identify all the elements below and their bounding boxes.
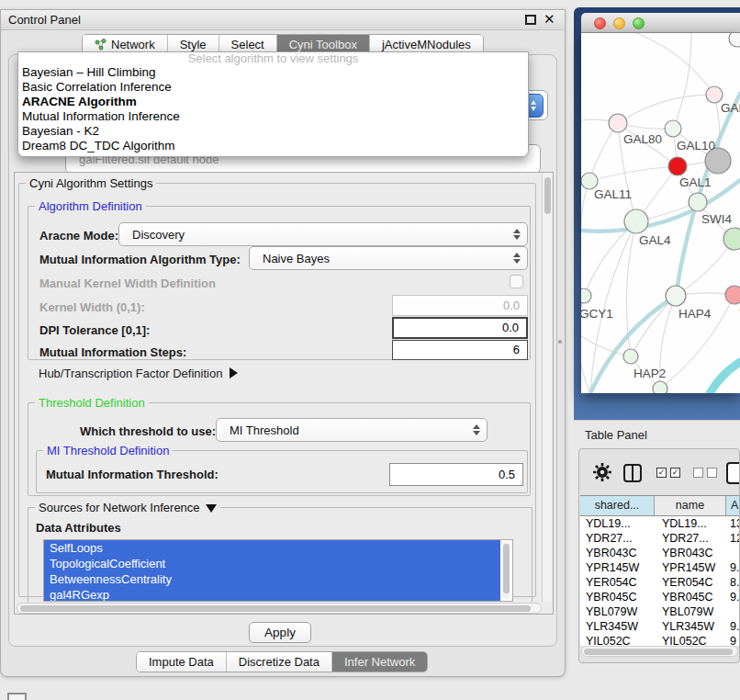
data-attributes-list[interactable]: SelfLoopsTopologicalCoefficientBetweenne… bbox=[43, 539, 513, 602]
stepper-icon bbox=[513, 253, 521, 264]
algorithm-list: Bayesian – Hill ClimbingBasic Correlatio… bbox=[18, 65, 528, 153]
kernel-width-field[interactable]: 0.0 bbox=[392, 295, 528, 316]
aracne-mode-value: Discovery bbox=[132, 223, 185, 245]
attribute-item[interactable]: SelfLoops bbox=[44, 540, 500, 556]
checked-box-icon[interactable]: ✓ bbox=[656, 468, 667, 478]
node-green-r[interactable] bbox=[723, 228, 740, 250]
gear-icon[interactable] bbox=[592, 462, 612, 482]
algorithm-option[interactable]: Mutual Information Inference bbox=[18, 109, 528, 124]
node-HAP4[interactable] bbox=[666, 286, 686, 306]
table-panel-header: Table Panel bbox=[574, 420, 740, 448]
node-GAL10[interactable] bbox=[665, 120, 681, 137]
checked-box-icon[interactable]: ✓ bbox=[670, 468, 680, 478]
float-window-icon[interactable] bbox=[525, 15, 536, 25]
stepper-icon bbox=[513, 229, 521, 240]
mi-type-combobox[interactable]: Naive Bayes bbox=[249, 246, 528, 270]
node-HAP2[interactable] bbox=[623, 349, 638, 364]
table-row[interactable]: YPR145WYPR145W9. bbox=[580, 560, 740, 575]
table-cell: 13 bbox=[726, 516, 740, 531]
node-SWI4[interactable] bbox=[689, 193, 707, 211]
zoom-traffic-light-icon[interactable] bbox=[633, 17, 645, 29]
network-edge bbox=[618, 95, 714, 123]
table-row[interactable]: YBR043CYBR043C bbox=[580, 546, 740, 560]
attribute-item[interactable]: gal4RGexp bbox=[44, 587, 500, 602]
node-GAL80[interactable] bbox=[609, 114, 627, 132]
close-icon[interactable]: ✕ bbox=[544, 11, 555, 28]
node-table: shared...nameA YDL19...YDL19...13YDR27..… bbox=[580, 495, 740, 646]
apply-button[interactable]: Apply bbox=[249, 622, 311, 643]
table-cell: YPR145W bbox=[580, 560, 655, 575]
close-traffic-light-icon[interactable] bbox=[594, 17, 606, 29]
hub-definition-label: Hub/Transcription Factor Definition bbox=[39, 367, 222, 380]
algorithm-definition-title: Algorithm Definition bbox=[35, 199, 146, 213]
tab-infer-network[interactable]: Infer Network bbox=[331, 652, 427, 672]
tab-impute-data[interactable]: Impute Data bbox=[137, 652, 226, 672]
algorithm-option[interactable]: ARACNE Algorithm bbox=[18, 95, 528, 109]
unchecked-box-icon[interactable] bbox=[693, 468, 703, 478]
collapsed-panel-icon[interactable] bbox=[7, 693, 27, 700]
node-label-GAL11: GAL11 bbox=[594, 187, 632, 201]
table-header-row: shared...nameA bbox=[580, 495, 740, 516]
mi-threshold-field[interactable]: 0.5 bbox=[389, 463, 523, 486]
node-n-bottom[interactable] bbox=[653, 381, 667, 393]
table-row[interactable]: YBL079WYBL079W bbox=[580, 604, 740, 619]
table-horizontal-scrollbar[interactable] bbox=[581, 646, 738, 657]
table-row[interactable]: YBR045CYBR045C9. bbox=[580, 590, 740, 604]
hub-definition-section[interactable]: Hub/Transcription Factor Definition bbox=[39, 367, 238, 380]
settings-horizontal-scrollbar[interactable] bbox=[17, 603, 542, 614]
dpi-tolerance-label: DPI Tolerance [0,1]: bbox=[39, 323, 150, 337]
table-row[interactable]: YDR27...YDR27...12 bbox=[580, 531, 740, 546]
node-GAL1[interactable] bbox=[668, 157, 687, 175]
table-row[interactable]: YIL052CYIL052C9 bbox=[580, 634, 740, 646]
table-row[interactable]: YLR345WYLR345W9. bbox=[580, 619, 740, 634]
table-cell: 9 bbox=[726, 634, 740, 646]
collapse-down-icon[interactable] bbox=[206, 504, 217, 513]
table-row[interactable]: YDL19...YDL19...13 bbox=[580, 516, 740, 531]
which-threshold-combobox[interactable]: MI Threshold bbox=[216, 418, 488, 442]
table-column-header[interactable]: name bbox=[655, 496, 726, 515]
table-cell: YDR27... bbox=[655, 531, 726, 546]
aracne-mode-combobox[interactable]: Discovery bbox=[118, 222, 528, 246]
expand-right-icon[interactable] bbox=[230, 367, 238, 378]
table-mode-icon[interactable] bbox=[726, 462, 740, 484]
tab-discretize-data[interactable]: Discretize Data bbox=[226, 652, 331, 672]
attribute-item[interactable]: BetweennessCentrality bbox=[44, 571, 500, 587]
algorithm-option[interactable]: Bayesian – Hill Climbing bbox=[18, 65, 528, 80]
splitpane-handle[interactable] bbox=[558, 340, 562, 344]
node-Y[interactable] bbox=[725, 286, 740, 304]
settings-vertical-scrollbar[interactable] bbox=[542, 174, 552, 602]
network-graph[interactable]: GALGAL80GAL10GAL1GAL11SWI4GAL4GCY1HAP4YH… bbox=[581, 33, 740, 393]
dropdown-placeholder: Select algorithm to view settings bbox=[18, 52, 528, 65]
network-canvas[interactable]: GALGAL80GAL10GAL1GAL11SWI4GAL4GCY1HAP4YH… bbox=[581, 33, 740, 393]
table-column-header[interactable]: shared... bbox=[580, 496, 655, 515]
node-label-HAP4: HAP4 bbox=[678, 307, 712, 321]
table-column-header[interactable]: A bbox=[726, 496, 740, 515]
table-cell: YBR045C bbox=[655, 590, 726, 604]
mi-steps-field[interactable]: 6 bbox=[392, 340, 528, 360]
mi-threshold-group-title: MI Threshold Definition bbox=[43, 444, 173, 457]
algorithm-option[interactable]: Basic Correlation Inference bbox=[18, 80, 528, 95]
threshold-definition-group: Threshold Definition Which threshold to … bbox=[28, 402, 531, 496]
algorithm-option[interactable]: Dream8 DC_TDC Algorithm bbox=[18, 139, 528, 153]
table-row[interactable]: YER054CYER054C8. bbox=[580, 575, 740, 590]
table-cell: 9. bbox=[726, 590, 740, 604]
algorithm-dropdown-popup: Select algorithm to view settings Bayesi… bbox=[17, 51, 529, 157]
algorithm-option[interactable]: Bayesian - K2 bbox=[18, 124, 528, 139]
node-n-top[interactable] bbox=[729, 33, 740, 47]
table-toolbar: ✓ ✓ bbox=[579, 449, 739, 493]
node-GAL4[interactable] bbox=[624, 209, 648, 233]
show-columns-icon[interactable] bbox=[623, 464, 642, 482]
attribute-item[interactable]: TopologicalCoefficient bbox=[44, 556, 500, 571]
mi-type-value: Naive Bayes bbox=[263, 247, 330, 269]
dpi-tolerance-field[interactable]: 0.0 bbox=[392, 317, 528, 339]
cyni-algorithm-settings-title: Cyni Algorithm Settings bbox=[26, 176, 156, 190]
manual-kernel-checkbox[interactable] bbox=[510, 275, 523, 288]
node-label-GAL80: GAL80 bbox=[623, 132, 662, 146]
node-GCY1[interactable] bbox=[581, 288, 591, 303]
sources-group-title[interactable]: Sources for Network Inference bbox=[35, 501, 220, 514]
table-cell: 9. bbox=[726, 619, 740, 634]
kernel-width-label: Kernel Width (0,1): bbox=[39, 300, 145, 314]
attributes-scrollbar[interactable] bbox=[502, 542, 510, 599]
unchecked-box-icon[interactable] bbox=[707, 468, 717, 478]
minimize-traffic-light-icon[interactable] bbox=[613, 17, 625, 29]
